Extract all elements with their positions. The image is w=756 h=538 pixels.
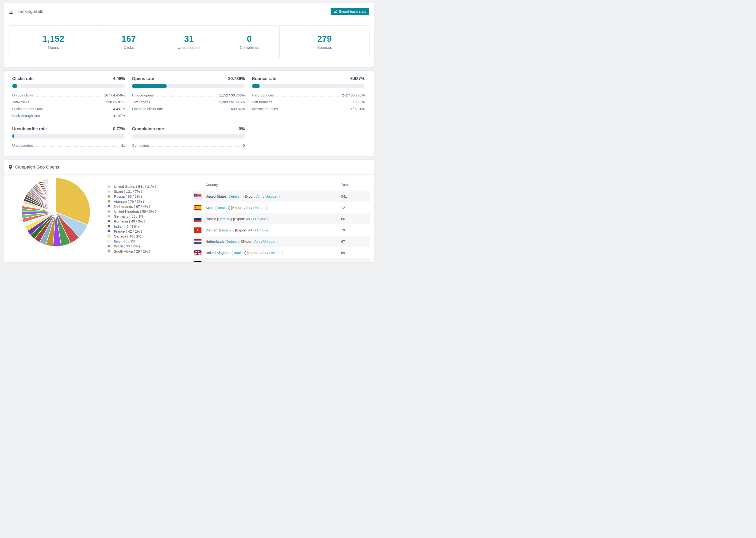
rate-value: 6.927% bbox=[350, 76, 365, 81]
export-prefix: [Export: bbox=[243, 194, 256, 198]
rate-row: Unique clicks167 / 4.456% bbox=[12, 92, 125, 99]
geo-opens-pie-chart bbox=[21, 177, 91, 247]
legend-label: Canada ( 40 / 2% ) bbox=[114, 234, 143, 238]
progress-fill bbox=[252, 84, 260, 88]
flag-es-icon bbox=[194, 205, 201, 210]
rates-card: Clicks rate4.46%Unique clicks167 / 4.456… bbox=[4, 71, 374, 156]
country-cell-text: United Kingdom [Details ›] [Export: All … bbox=[205, 251, 284, 255]
stat-cell-unsubscribes: 31Unsubscribes bbox=[159, 26, 219, 58]
details-link[interactable]: Details › bbox=[222, 262, 235, 262]
legend-swatch bbox=[108, 205, 111, 208]
flag-de-icon bbox=[194, 261, 201, 262]
stat-label: Bounces bbox=[317, 45, 332, 50]
rate-row: Click through rate4.147% bbox=[12, 112, 125, 119]
export-all-link[interactable]: All › bbox=[246, 217, 252, 221]
flag-nl-icon bbox=[194, 239, 201, 244]
export-unique-link[interactable]: Unique › bbox=[263, 240, 277, 243]
legend-label: Russia ( 86 / 5% ) bbox=[114, 194, 142, 198]
export-icon bbox=[334, 10, 337, 13]
rate-title: Complaints rate bbox=[132, 127, 164, 132]
legend-item-spain: Spain ( 121 / 7% ) bbox=[108, 189, 169, 194]
legend-swatch bbox=[108, 244, 111, 248]
rate-row: Opens to clicks rate689.82% bbox=[132, 105, 244, 112]
rate-panel-unsubscribe-rate: Unsubscribe rate0.77%Unsubscribes31 bbox=[12, 127, 125, 149]
export-all-link[interactable]: All › bbox=[249, 262, 256, 262]
dotted-leader bbox=[151, 146, 241, 147]
export-unique-link[interactable]: Unique › bbox=[253, 206, 266, 210]
legend-item-russia: Russia ( 86 / 5% ) bbox=[108, 194, 169, 199]
rate-row: Complaints0 bbox=[132, 142, 244, 149]
country-cell-text: Spain [Details ›] [Export: All › / Uniqu… bbox=[205, 206, 267, 210]
legend-label: India ( 46 / 3% ) bbox=[114, 224, 139, 228]
rates-grid: Clicks rate4.46%Unique clicks167 / 4.456… bbox=[4, 71, 374, 156]
stat-cell-complaints: 0Complaints bbox=[219, 26, 279, 58]
progress-track bbox=[132, 84, 244, 88]
rate-row: Hard bounces242 / 86.738% bbox=[252, 92, 365, 99]
country-cell-text: United States [Details ›] [Export: All ›… bbox=[205, 194, 280, 198]
details-link[interactable]: Details › bbox=[226, 240, 239, 243]
total-cell: 79 bbox=[341, 228, 370, 232]
stat-label: Unsubscribes bbox=[178, 45, 200, 50]
bar-chart-icon bbox=[9, 9, 13, 14]
flag-ru-icon bbox=[194, 216, 201, 222]
rate-value: 30.736% bbox=[228, 76, 245, 81]
country-name: United Kingdom bbox=[205, 251, 231, 255]
legend-swatch bbox=[108, 210, 111, 213]
export-basic-stats-button[interactable]: Export basic stats bbox=[331, 8, 369, 15]
country-name: United States bbox=[205, 194, 227, 198]
stat-label: Complaints bbox=[240, 45, 259, 50]
stat-value: 167 bbox=[122, 34, 136, 44]
export-all-link[interactable]: All › bbox=[254, 240, 260, 243]
export-all-link[interactable]: All › bbox=[256, 194, 262, 198]
geo-title: Campaign Geo Opens bbox=[9, 165, 59, 170]
geo-table-body: United States [Details ›] [Export: All ›… bbox=[191, 190, 370, 262]
legend-item-united-kingdom: United Kingdom ( 59 / 3% ) bbox=[108, 209, 169, 214]
export-unique-link[interactable]: Unique › bbox=[269, 251, 283, 255]
geo-table-row-united-states: United States [Details ›] [Export: All ›… bbox=[191, 190, 370, 202]
export-unique-link[interactable]: Unique › bbox=[259, 262, 272, 262]
tracking-stats-header: Tracking stats Export basic stats bbox=[4, 3, 374, 20]
legend-label: Spain ( 121 / 7% ) bbox=[114, 189, 142, 193]
legend-item-india: India ( 46 / 3% ) bbox=[108, 224, 169, 229]
rate-row: Unique opens1,152 / 30.736% bbox=[132, 92, 244, 99]
legend-swatch bbox=[108, 249, 111, 253]
stat-value: 31 bbox=[184, 34, 194, 44]
country-name: Netherlands bbox=[205, 240, 225, 243]
export-all-link[interactable]: All › bbox=[244, 206, 250, 210]
legend-swatch bbox=[108, 225, 111, 228]
rate-row: Internal bounces19 / 6.81% bbox=[252, 105, 365, 112]
rate-title: Opens rate bbox=[132, 76, 154, 81]
export-unique-link[interactable]: Unique › bbox=[257, 228, 270, 232]
legend-item-netherlands: Netherlands ( 67 / 4% ) bbox=[108, 204, 169, 209]
export-prefix: [Export: bbox=[247, 251, 259, 255]
export-unique-link[interactable]: Unique › bbox=[255, 217, 268, 221]
details-link[interactable]: Details › bbox=[229, 194, 242, 198]
pie-legend: United States ( 541 / 31% )Spain ( 121 /… bbox=[108, 184, 169, 254]
country-name: Vietnam bbox=[205, 228, 218, 232]
legend-label: Vietnam ( 79 / 5% ) bbox=[114, 199, 144, 203]
details-link[interactable]: Details › bbox=[216, 206, 229, 210]
flag-vn-icon bbox=[194, 228, 201, 233]
stat-value: 279 bbox=[317, 34, 332, 44]
legend-swatch bbox=[108, 185, 111, 188]
progress-fill bbox=[12, 134, 14, 138]
export-all-link[interactable]: All › bbox=[260, 251, 266, 255]
column-header-total: Total bbox=[341, 183, 370, 187]
legend-label: Germany ( 55 / 3% ) bbox=[114, 214, 145, 218]
export-button-label: Export basic stats bbox=[339, 10, 366, 13]
progress-track bbox=[12, 84, 125, 88]
dotted-leader bbox=[152, 103, 217, 103]
country-name: Russia bbox=[205, 217, 216, 221]
legend-swatch bbox=[108, 195, 111, 198]
export-all-link[interactable]: All › bbox=[248, 228, 254, 232]
details-link[interactable]: Details › bbox=[233, 251, 245, 255]
geo-content: United States ( 541 / 31% )Spain ( 121 /… bbox=[4, 175, 374, 262]
export-unique-link[interactable]: Unique › bbox=[265, 194, 279, 198]
rate-panel-opens-rate: Opens rate30.736%Unique opens1,152 / 30.… bbox=[132, 76, 244, 119]
details-link[interactable]: Details › bbox=[218, 217, 231, 221]
legend-swatch bbox=[108, 215, 111, 218]
total-cell: 541 bbox=[341, 194, 370, 198]
legend-swatch bbox=[108, 230, 111, 233]
details-link[interactable]: Details › bbox=[220, 228, 233, 232]
rate-panel-bounce-rate: Bounce rate6.927%Hard bounces242 / 86.73… bbox=[252, 76, 365, 119]
